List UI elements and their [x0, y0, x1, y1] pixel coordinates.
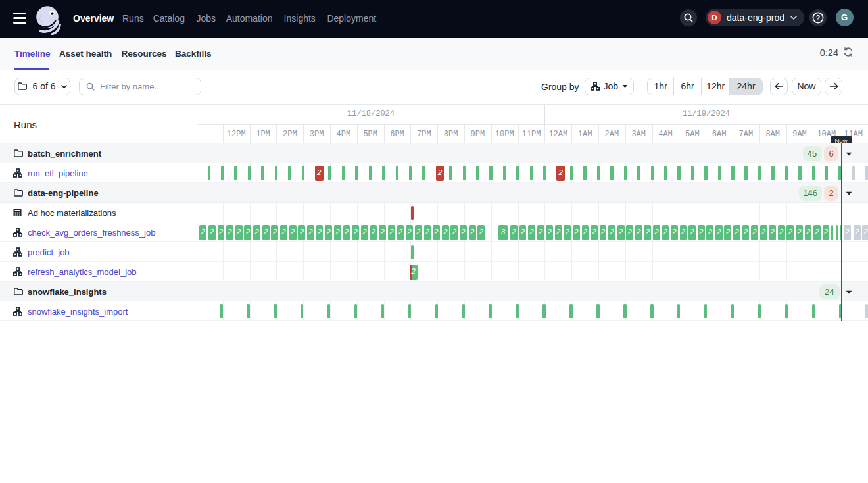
svg-text:?: ? [816, 14, 820, 22]
